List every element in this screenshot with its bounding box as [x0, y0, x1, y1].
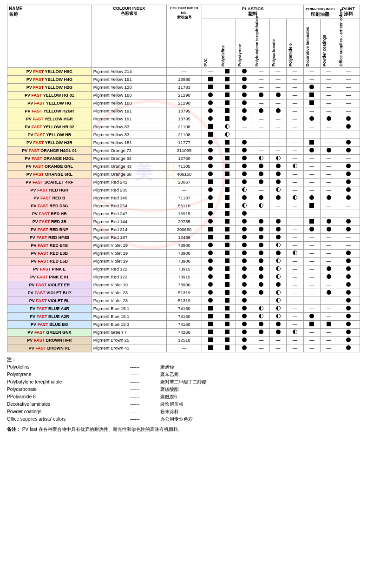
filled-square — [225, 203, 229, 208]
dash: — — [293, 203, 297, 208]
value-cell: — — [253, 83, 269, 91]
value-cell: — — [303, 131, 320, 139]
filled-circle — [346, 274, 351, 279]
dash: — — [293, 187, 297, 192]
value-cell — [337, 170, 360, 178]
colour-index-no: 21290 — [166, 99, 202, 107]
filled-circle — [208, 298, 213, 303]
value-cell — [202, 312, 219, 320]
value-cell: — — [337, 67, 360, 75]
filled-square — [225, 274, 229, 279]
filled-circle — [259, 243, 263, 247]
value-cell — [337, 328, 360, 336]
product-name: PV FAST RED 3B — [7, 218, 92, 225]
value-cell — [253, 225, 269, 233]
filled-circle — [276, 195, 281, 200]
dash: — — [327, 156, 331, 161]
filled-circle — [346, 187, 351, 192]
dash: — — [293, 77, 297, 82]
colour-index-no: — — [166, 67, 202, 75]
colour-index-no: 73900 — [166, 241, 202, 249]
product-name: PV FAST ORANGE GRL — [7, 162, 92, 170]
col-ci-cn: 色彩索引 — [93, 11, 165, 17]
filled-circle — [259, 330, 263, 334]
filled-square — [309, 322, 314, 326]
value-cell: — — [303, 344, 320, 352]
colour-index: Pigment Red 149 — [92, 194, 166, 202]
filled-circle — [327, 266, 331, 271]
filled-circle — [242, 345, 247, 350]
value-cell — [287, 328, 303, 336]
value-cell — [320, 146, 337, 154]
colour-index-no: 21108 — [166, 131, 202, 139]
filled-circle — [242, 235, 247, 239]
half-circle — [259, 156, 263, 160]
value-cell — [219, 304, 236, 312]
value-cell: — — [337, 83, 360, 91]
product-name: PV FAST SCARLET 4RF — [7, 178, 92, 186]
value-cell — [236, 146, 253, 154]
colour-index: Pigment Violet 19 — [92, 249, 166, 257]
value-cell: — — [236, 123, 253, 131]
footnote-en: PPolyamide 6 — [7, 393, 128, 401]
colour-index: Pigment Red 122 — [92, 265, 166, 273]
value-cell — [236, 273, 253, 281]
dash: — — [309, 243, 314, 248]
filled-circle — [309, 227, 314, 231]
value-cell — [236, 241, 253, 249]
remark-text: PV fast 在各种聚合物中具有优异的耐热性、耐光性和渗色性的高速有机颜料。 — [22, 427, 183, 432]
value-cell — [236, 233, 253, 241]
filled-square — [225, 179, 229, 184]
value-cell: — — [269, 83, 286, 91]
filled-square — [225, 290, 229, 295]
value-cell — [337, 336, 360, 344]
value-cell: — — [320, 107, 337, 115]
dash: — — [293, 211, 297, 216]
filled-square — [309, 140, 314, 145]
value-cell — [253, 154, 269, 162]
value-cell — [236, 328, 253, 336]
filled-square — [225, 92, 229, 97]
value-cell: — — [202, 67, 219, 75]
filled-circle — [346, 330, 351, 334]
value-cell: — — [303, 210, 320, 218]
value-cell — [236, 257, 253, 265]
dash: — — [276, 337, 281, 343]
dash: — — [259, 337, 263, 343]
product-name: PV FAST RED HF4B — [7, 233, 92, 241]
filled-circle — [276, 179, 281, 184]
footnote-dashes: ------ — [130, 386, 158, 393]
filled-circle — [346, 345, 351, 350]
footnote-row: PPolyamide 6 ------ 聚酰胺6 — [7, 393, 360, 401]
dash: — — [276, 100, 281, 106]
dash: — — [293, 108, 297, 113]
value-cell — [269, 91, 286, 99]
filled-circle — [346, 290, 351, 295]
value-cell: — — [320, 328, 337, 336]
dash: — — [309, 282, 314, 287]
half-circle — [276, 156, 281, 160]
dash: — — [327, 140, 331, 145]
value-cell — [202, 249, 219, 257]
value-cell: — — [287, 146, 303, 154]
colour-index: Pigment Orange 64 — [92, 154, 166, 162]
value-cell — [219, 241, 236, 249]
filled-circle — [242, 116, 247, 121]
value-cell — [219, 194, 236, 202]
dash: — — [309, 337, 314, 343]
value-cell — [269, 170, 286, 178]
dash: — — [293, 85, 297, 90]
table-row: PV FAST YELLOW H3RPigment Yellow 1811177… — [7, 139, 360, 146]
table-row: PV FAST YELLOW HR 02Pigment Yellow 83211… — [7, 123, 360, 131]
filled-circle — [259, 282, 263, 287]
value-cell — [269, 273, 286, 281]
colour-index-no: 12486 — [166, 233, 202, 241]
colour-index-no: 486150 — [166, 170, 202, 178]
dash: — — [346, 243, 351, 248]
filled-circle — [208, 258, 213, 263]
product-name: PV FAST GREEN GNX — [7, 328, 92, 336]
footnote-en: Polybutylene terephthalate — [7, 378, 128, 386]
colour-index-no: 13980 — [166, 75, 202, 83]
table-row: PV FAST ORANGE 6RLPigment Orange 6848615… — [7, 170, 360, 178]
value-cell: — — [320, 241, 337, 249]
